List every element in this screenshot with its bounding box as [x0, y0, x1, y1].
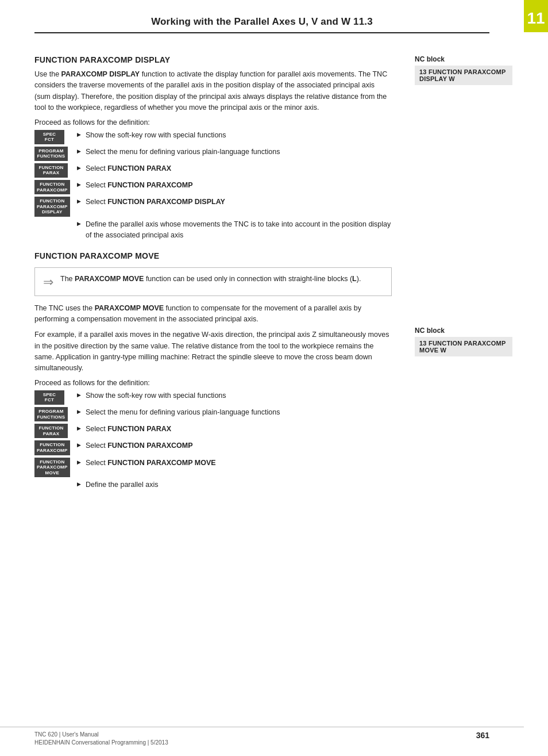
functionparax2-button: FUNCTIONPARAX: [34, 424, 68, 438]
section2-proceed: Proceed as follows for the definition:: [34, 379, 392, 387]
step-arrow-icon: [77, 480, 81, 487]
footer-line1: TNC 620 | User's Manual: [34, 731, 168, 739]
note-arrow-icon: ⇒: [43, 275, 53, 290]
nc-block-label-2: NC block: [415, 327, 512, 335]
step-row: FUNCTIONPARAX Select FUNCTION PARAX: [34, 424, 392, 438]
step-row: SPECFCT Show the soft-key row with speci…: [34, 390, 392, 405]
step-row: FUNCTIONPARAX Select FUNCTION PARAX: [34, 163, 392, 178]
section2-body1: The TNC uses the PARAXCOMP MOVE function…: [34, 303, 392, 325]
step-key-functionparaxcomp: FUNCTIONPARAXCOMP: [34, 180, 70, 194]
step-arrow-icon: [77, 197, 81, 204]
note-text: The PARAXCOMP MOVE function can be used …: [60, 274, 361, 285]
footer-left: TNC 620 | User's Manual HEIDENHAIN Conve…: [34, 731, 168, 747]
step-row: FUNCTIONPARAXCOMPMOVE Select FUNCTION PA…: [34, 458, 392, 478]
step-text: Select FUNCTION PARAXCOMP: [86, 440, 392, 451]
section2-heading: FUNCTION PARAXCOMP MOVE: [34, 251, 392, 260]
step-key-functionparax2: FUNCTIONPARAX: [34, 424, 70, 438]
functionparaxcompmove-button: FUNCTIONPARAXCOMPMOVE: [34, 458, 70, 478]
page: 11 Working with the Parallel Axes U, V a…: [0, 0, 548, 756]
header-rule: [34, 32, 489, 33]
step-key-programfunctions2: PROGRAMFUNCTIONS: [34, 407, 70, 421]
section1-steps: SPECFCT Show the soft-key row with speci…: [34, 130, 392, 241]
step-key-functionparaxcomp2: FUNCTIONPARAXCOMP: [34, 440, 70, 455]
step-text: Select FUNCTION PARAX: [86, 424, 392, 435]
step-text: Select FUNCTION PARAXCOMP DISPLAY: [86, 197, 392, 208]
functionparaxcompdisplay-button: FUNCTIONPARAXCOMPDISPLAY: [34, 197, 70, 217]
step-key-specfct2: SPECFCT: [34, 390, 70, 405]
step-row: FUNCTIONPARAXCOMP Select FUNCTION PARAXC…: [34, 180, 392, 194]
step-arrow-icon: [77, 441, 81, 448]
step-text: Select the menu for defining various pla…: [86, 407, 392, 418]
section-paraxcomp-move: FUNCTION PARAXCOMP MOVE ⇒ The PARAXCOMP …: [34, 251, 392, 491]
functionparax-button: FUNCTIONPARAX: [34, 163, 68, 178]
specfct2-button: SPECFCT: [34, 390, 64, 405]
content-area: FUNCTION PARAXCOMP DISPLAY Use the PARAX…: [0, 39, 524, 493]
sidebar: NC block 13 FUNCTION PARAXCOMP DISPLAY W…: [409, 45, 524, 493]
step-text: Select FUNCTION PARAXCOMP MOVE: [86, 458, 392, 469]
section-paraxcomp-display: FUNCTION PARAXCOMP DISPLAY Use the PARAX…: [34, 55, 392, 241]
step-text: Define the parallel axis whose movements…: [86, 219, 392, 241]
footer-page-number: 361: [476, 731, 489, 747]
specfct-button: SPECFCT: [34, 130, 64, 144]
nc-block-label-1: NC block: [415, 55, 512, 63]
step-arrow-icon: [77, 458, 81, 465]
step-text: Select FUNCTION PARAX: [86, 163, 392, 174]
step-text: Show the soft-key row with special funct…: [86, 130, 392, 141]
step-text: Select FUNCTION PARAXCOMP: [86, 180, 392, 191]
step-text: Define the parallel axis: [86, 479, 392, 490]
functionparaxcomp-button: FUNCTIONPARAXCOMP: [34, 180, 70, 194]
section2-steps: SPECFCT Show the soft-key row with speci…: [34, 390, 392, 490]
step-arrow-icon: [77, 147, 81, 154]
step-text: Select the menu for defining various pla…: [86, 147, 392, 158]
functionparaxcomp2-button: FUNCTIONPARAXCOMP: [34, 440, 70, 455]
note-box: ⇒ The PARAXCOMP MOVE function can be use…: [34, 267, 392, 296]
step-row: Define the parallel axis whose movements…: [34, 219, 392, 241]
step-key-functionparaxcompmove: FUNCTIONPARAXCOMPMOVE: [34, 458, 70, 478]
step-key-functionparax: FUNCTIONPARAX: [34, 163, 70, 178]
step-arrow-icon: [77, 408, 81, 415]
page-header: Working with the Parallel Axes U, V and …: [0, 0, 524, 39]
step-row: PROGRAMFUNCTIONS Select the menu for def…: [34, 407, 392, 421]
footer-line2: HEIDENHAIN Conversational Programming | …: [34, 739, 168, 747]
step-row: Define the parallel axis: [34, 479, 392, 490]
step-arrow-icon: [77, 131, 81, 137]
step-row: SPECFCT Show the soft-key row with speci…: [34, 130, 392, 144]
step-key-programfunctions: PROGRAMFUNCTIONS: [34, 147, 70, 161]
step-row: FUNCTIONPARAXCOMPDISPLAY Select FUNCTION…: [34, 197, 392, 217]
section1-body1: Use the PARAXCOMP DISPLAY function to ac…: [34, 69, 392, 114]
step-row: FUNCTIONPARAXCOMP Select FUNCTION PARAXC…: [34, 440, 392, 455]
step-text: Show the soft-key row with special funct…: [86, 390, 392, 401]
section1-heading: FUNCTION PARAXCOMP DISPLAY: [34, 55, 392, 64]
step-row: PROGRAMFUNCTIONS Select the menu for def…: [34, 147, 392, 161]
section2-body2: For example, if a parallel axis moves in…: [34, 329, 392, 374]
step-arrow-icon: [77, 424, 81, 431]
step-arrow-icon: [77, 181, 81, 187]
programfunctions2-button: PROGRAMFUNCTIONS: [34, 407, 68, 421]
nc-block-box-2: 13 FUNCTION PARAXCOMP MOVE W: [415, 337, 512, 356]
step-arrow-icon: [77, 220, 81, 227]
page-title: Working with the Parallel Axes U, V and …: [34, 10, 489, 30]
programfunctions-button: PROGRAMFUNCTIONS: [34, 147, 68, 161]
step-arrow-icon: [77, 164, 81, 171]
nc-block-box-1: 13 FUNCTION PARAXCOMP DISPLAY W: [415, 66, 512, 85]
chapter-number: 11: [522, 5, 548, 32]
step-key-specfct: SPECFCT: [34, 130, 70, 144]
main-content: FUNCTION PARAXCOMP DISPLAY Use the PARAX…: [0, 45, 409, 493]
section1-proceed: Proceed as follows for the definition:: [34, 118, 392, 126]
page-footer: TNC 620 | User's Manual HEIDENHAIN Conve…: [0, 727, 524, 747]
step-arrow-icon: [77, 391, 81, 398]
chapter-tab: 11: [524, 0, 548, 32]
step-key-functionparaxcompdisplay: FUNCTIONPARAXCOMPDISPLAY: [34, 197, 70, 217]
